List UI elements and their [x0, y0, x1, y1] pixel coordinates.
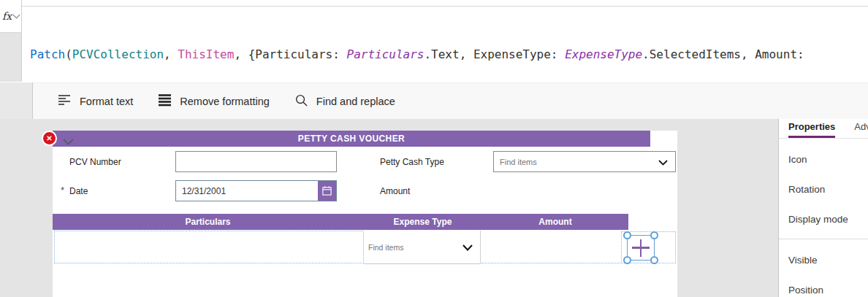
particulars-input[interactable]	[54, 231, 364, 263]
pcv-number-label: PCV Number	[69, 157, 121, 167]
remove-formatting-icon	[158, 93, 172, 109]
required-asterisk: *	[61, 185, 64, 196]
remove-formatting-button[interactable]: Remove formatting	[158, 93, 270, 109]
selection-region[interactable]	[621, 231, 676, 263]
petty-cash-voucher-form[interactable]: PETTY CASH VOUCHER ✕ PCV Number Petty Ca…	[53, 131, 677, 297]
property-position[interactable]: Position	[779, 275, 868, 297]
format-text-icon	[58, 93, 72, 109]
token: Particulars	[347, 47, 425, 61]
token: .SelectedItems, Amount:	[642, 47, 804, 61]
form-header[interactable]: PETTY CASH VOUCHER ✕	[53, 131, 650, 147]
tab-properties[interactable]: Properties	[788, 121, 835, 138]
expense-type-dropdown[interactable]: Find items	[364, 231, 481, 264]
formula-bar: fx Patch(PCVCollection, ThisItem, {Parti…	[0, 0, 868, 82]
chevron-down-icon	[13, 12, 20, 19]
fx-icon: fx	[2, 10, 12, 22]
token: PCVCollection	[72, 47, 164, 61]
date-input[interactable]: 12/31/2001	[175, 180, 337, 201]
date-picker-button[interactable]	[316, 181, 336, 201]
token: .Text, ExpenseType:	[424, 47, 565, 61]
toolbar-left-gap	[0, 82, 32, 119]
formatting-toolbar: Format text Remove formatting Find and r…	[32, 82, 868, 119]
token: Patch	[30, 47, 65, 61]
fx-gutter-fill	[0, 33, 21, 82]
plus-icon	[632, 239, 650, 257]
selection-handle[interactable]	[623, 256, 631, 264]
token: ExpenseType	[565, 47, 642, 61]
column-header-particulars: Particulars	[53, 214, 363, 230]
property-display-mode[interactable]: Display mode	[779, 204, 868, 234]
property-visible[interactable]: Visible	[779, 245, 868, 275]
search-icon	[294, 93, 308, 109]
selection-handle[interactable]	[623, 231, 631, 239]
formula-line-1: Patch(PCVCollection, ThisItem, {Particul…	[30, 45, 868, 63]
panel-group-divider	[779, 239, 868, 239]
add-row-icon[interactable]	[627, 235, 655, 261]
find-and-replace-button[interactable]: Find and replace	[294, 93, 395, 109]
token: (	[65, 47, 72, 61]
column-header-expense-type: Expense Type	[363, 214, 482, 230]
fx-gutter: fx	[0, 0, 22, 82]
date-label: Date	[69, 186, 88, 196]
format-text-button[interactable]: Format text	[58, 93, 133, 109]
fx-selector[interactable]: fx	[0, 0, 21, 33]
amount-input[interactable]	[481, 231, 626, 263]
panel-items: Icon Rotation Display mode Visible Posit…	[779, 139, 868, 297]
expense-type-placeholder: Find items	[364, 243, 462, 252]
properties-panel: Properties Advanced Icon Rotation Displa…	[778, 119, 868, 297]
chevron-down-icon	[658, 155, 668, 169]
app-canvas: PETTY CASH VOUCHER ✕ PCV Number Petty Ca…	[0, 119, 778, 297]
powerapps-studio: fx Patch(PCVCollection, ThisItem, {Parti…	[0, 0, 868, 297]
formula-editor[interactable]: Patch(PCVCollection, ThisItem, {Particul…	[23, 0, 868, 82]
close-icon[interactable]: ✕	[42, 131, 57, 146]
find-and-replace-label: Find and replace	[316, 96, 395, 107]
tab-advanced[interactable]: Advanced	[854, 121, 868, 138]
amount-label: Amount	[380, 186, 410, 196]
panel-tabs: Properties Advanced	[779, 119, 868, 138]
petty-cash-type-placeholder: Find items	[494, 158, 658, 166]
property-icon[interactable]: Icon	[779, 144, 868, 174]
selection-handle[interactable]	[650, 231, 658, 239]
remove-formatting-label: Remove formatting	[180, 96, 270, 107]
column-header-amount: Amount	[482, 214, 628, 230]
format-text-label: Format text	[80, 96, 133, 107]
selection-handle[interactable]	[650, 256, 658, 264]
property-rotation[interactable]: Rotation	[779, 174, 868, 204]
chevron-down-icon	[462, 241, 473, 254]
calendar-icon	[321, 185, 332, 196]
table-header: Particulars Expense Type Amount	[53, 214, 628, 230]
pcv-number-input[interactable]	[175, 151, 337, 172]
token: ,	[164, 47, 178, 61]
form-title: PETTY CASH VOUCHER	[53, 131, 650, 147]
token: ThisItem	[178, 47, 234, 61]
date-value: 12/31/2001	[176, 186, 316, 196]
token: , {Particulars:	[234, 47, 346, 61]
petty-cash-type-dropdown[interactable]: Find items	[493, 151, 676, 172]
petty-cash-type-label: Petty Cash Type	[380, 157, 444, 167]
